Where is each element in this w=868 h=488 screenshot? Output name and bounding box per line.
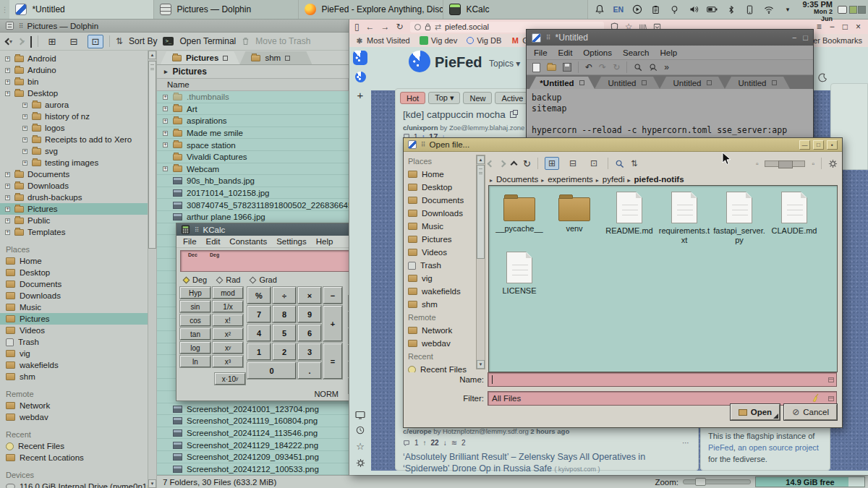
expander-icon[interactable] — [5, 80, 10, 85]
dialog-places-item[interactable]: vig — [408, 272, 476, 285]
dialog-file-item[interactable]: LICENSE — [492, 252, 547, 296]
editor-tab[interactable]: *Untitled — [529, 77, 595, 89]
clipboard-icon[interactable] — [650, 4, 661, 15]
open-terminal-button[interactable]: Open Terminal — [179, 36, 236, 46]
back-icon[interactable]: ← — [366, 22, 375, 32]
post-title[interactable]: ‘Absolutely Brilliant Result’ – Zelensky… — [396, 447, 698, 474]
topics-menu[interactable]: Topics ▾ — [489, 59, 520, 69]
history-icon[interactable] — [356, 426, 365, 435]
places-item[interactable]: Downloads — [0, 290, 148, 301]
sort-icon[interactable]: ⇅ — [631, 158, 638, 168]
menu-icon[interactable]: ≡ — [817, 22, 822, 32]
breadcrumb-item[interactable]: pyfedi — [596, 175, 625, 184]
tab-pictures[interactable]: Pictures — [161, 51, 239, 64]
options-gear-icon[interactable] — [828, 159, 838, 168]
url-text[interactable]: piefed.social — [445, 22, 489, 31]
zoom-slider[interactable] — [765, 160, 805, 167]
sort-by-button[interactable]: Sort By — [129, 36, 157, 46]
places-item[interactable]: shm — [0, 371, 148, 382]
close-icon[interactable]: ▪ — [827, 140, 838, 150]
open-file-icon[interactable] — [547, 64, 556, 71]
bluetooth-icon[interactable] — [726, 4, 736, 15]
minimize-icon[interactable]: − — [830, 22, 835, 32]
piefed-logo[interactable] — [409, 51, 430, 72]
save-icon[interactable] — [563, 63, 571, 72]
dialog-places-item[interactable]: Pictures — [408, 233, 476, 246]
dialog-places-item[interactable]: Trash — [408, 259, 476, 272]
menu-constants[interactable]: Constants — [229, 237, 267, 246]
places-item[interactable]: Network — [0, 400, 148, 411]
places-item[interactable]: Places — [0, 244, 148, 255]
menu-settings[interactable]: Settings — [276, 237, 307, 246]
dialog-places-item[interactable]: Downloads — [408, 207, 476, 220]
settings-gear-icon[interactable] — [356, 458, 365, 468]
places-item[interactable]: Home — [0, 255, 148, 267]
tree-item[interactable]: Pictures — [0, 203, 148, 215]
expander-icon[interactable] — [163, 142, 168, 147]
close-icon[interactable]: × — [856, 22, 861, 32]
titlebar-menu-icon[interactable]: ⠿ — [421, 141, 425, 148]
tab-close-icon[interactable] — [772, 80, 777, 85]
tab-close-icon[interactable] — [285, 56, 290, 61]
calc-key-percent[interactable]: % — [247, 287, 271, 304]
details-view-button[interactable]: ⊡ — [88, 35, 103, 48]
tab-shm[interactable]: shm — [239, 51, 312, 64]
post-title[interactable]: [kde] catppuccin mocha — [403, 109, 516, 120]
back-button[interactable] — [488, 160, 495, 167]
tree-view-button[interactable]: ⊡ — [587, 157, 601, 170]
zoom-in-icon[interactable]: ▫ — [812, 160, 814, 168]
piefed-link[interactable]: PieFed — [708, 443, 733, 452]
breadcrumb-item[interactable]: piefed-notifs — [628, 175, 684, 184]
dialog-sidebar-scrollbar[interactable]: ▲ ▼ — [476, 155, 485, 369]
expander-icon[interactable] — [163, 166, 168, 171]
community-link[interactable]: c/unixporn — [403, 124, 438, 132]
places-item[interactable]: Pictures — [0, 313, 148, 325]
expander-icon[interactable] — [5, 195, 10, 200]
maximize-icon[interactable]: □ — [843, 22, 848, 32]
calc-key-plus[interactable]: + — [323, 306, 342, 341]
dialog-places-item[interactable]: Remote — [408, 311, 476, 324]
breadcrumb-item[interactable]: Documents — [490, 175, 538, 184]
tree-item[interactable]: Documents — [0, 168, 148, 180]
bookmark-item[interactable]: Vig DB — [467, 36, 501, 45]
places-item[interactable]: vig — [0, 348, 148, 359]
bookmark-item[interactable]: Most Visited — [355, 36, 410, 45]
tree-item[interactable]: bin — [0, 76, 148, 87]
tab-close-icon[interactable] — [223, 56, 228, 61]
editor-tab[interactable]: Untitled — [595, 77, 660, 89]
tray-expand-caret-icon[interactable]: ▾ — [782, 4, 793, 15]
reload-button[interactable]: ↻ — [523, 158, 531, 169]
expander-icon[interactable] — [163, 119, 168, 124]
open-source-link[interactable]: an open source project — [738, 443, 819, 452]
tree-item[interactable]: Desktop — [0, 87, 148, 99]
menu-help[interactable]: Help — [660, 48, 677, 57]
expander-icon[interactable] — [22, 160, 27, 166]
toolbar-overflow-icon[interactable]: » — [664, 62, 669, 72]
calc-key-4[interactable]: 4 — [247, 325, 271, 341]
titlebar-menu-icon[interactable]: ⠿ — [195, 226, 199, 234]
places-item[interactable]: webdav — [0, 411, 148, 423]
tree-item[interactable]: Arduino — [0, 64, 148, 76]
cancel-button[interactable]: ⊘ Cancel — [784, 404, 837, 420]
search-icon[interactable] — [615, 159, 624, 168]
compact-view-button[interactable]: ⊟ — [566, 157, 580, 170]
dialog-places-item[interactable]: Desktop — [408, 181, 476, 194]
sidebar-toggle-icon[interactable]: ▯ — [354, 22, 359, 32]
dialog-places-item[interactable]: Recent — [408, 350, 476, 363]
mode-grad[interactable]: Grad — [250, 275, 276, 284]
sidebar-scrollbar[interactable]: ▲ ▼ — [148, 51, 157, 488]
places-item[interactable]: Trash — [0, 336, 148, 348]
calc-key-0[interactable]: 0 — [247, 362, 296, 379]
dark-mode-icon[interactable] — [818, 73, 827, 82]
scroll-down-button[interactable]: ▼ — [148, 479, 156, 488]
expander-icon[interactable] — [22, 126, 27, 131]
calc-key[interactable]: ln — [180, 356, 210, 367]
media-player-icon[interactable] — [631, 4, 642, 15]
dialog-places-item[interactable]: webdav — [408, 337, 476, 350]
expander-icon[interactable] — [163, 95, 168, 100]
editor-tab[interactable]: Untitled — [660, 77, 725, 89]
dialog-file-item[interactable]: requirements.txt — [657, 192, 712, 244]
column-header-name[interactable]: Name — [157, 78, 349, 91]
titlebar-menu-icon[interactable]: ⠿ — [19, 22, 23, 30]
places-item[interactable]: Documents — [0, 278, 148, 290]
